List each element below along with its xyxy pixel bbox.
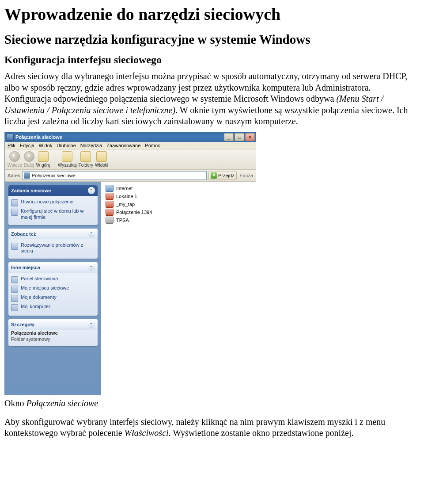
panel-network-tasks: Zadania sieciowe ⌃ Utwórz nowe połączeni…: [8, 185, 98, 225]
menu-file[interactable]: PPliklik: [8, 143, 15, 148]
toolbar: Wstecz Dalej W górę Wyszukaj Foldery Wid…: [5, 149, 256, 170]
sidebar-item[interactable]: Panel sterowania: [11, 275, 95, 284]
connection-item[interactable]: Lokalne 1: [106, 192, 251, 200]
connection-item[interactable]: _my_tap: [106, 200, 251, 208]
search-icon: [62, 151, 72, 162]
window-title: Połączenia sieciowe: [15, 134, 222, 140]
back-icon: [9, 151, 20, 162]
links-label[interactable]: Łącza: [238, 173, 253, 178]
up-icon: [38, 151, 49, 162]
connection-item[interactable]: TPSA: [106, 216, 251, 224]
folders-button[interactable]: Foldery: [79, 151, 93, 168]
menu-edit[interactable]: Edycja: [20, 143, 34, 148]
address-value: Połączenia sieciowe: [32, 173, 76, 178]
control-panel-icon: [11, 276, 18, 283]
dialup-icon: [106, 217, 114, 224]
figure-caption: Okno Połączenia sieciowe: [4, 398, 420, 409]
connection-item[interactable]: Internet: [106, 184, 251, 192]
panel-details: Szczegóły ⌃ Połączenia sieciowe Folder s…: [8, 319, 98, 346]
paragraph-intro: Adres sieciowy dla wybranego interfejsu …: [4, 71, 420, 127]
forward-button[interactable]: Dalej: [24, 151, 34, 168]
lan-icon: [106, 209, 114, 216]
address-label: Adres: [8, 173, 20, 178]
panel-header[interactable]: Szczegóły ⌃: [8, 319, 98, 330]
address-icon: [24, 172, 30, 179]
setup-network-icon: [11, 209, 18, 216]
panel-see-also: Zobacz też ⌃ Rozwiązywanie problemów z s…: [8, 229, 98, 259]
panel-header[interactable]: Zobacz też ⌃: [8, 229, 98, 239]
panel-header[interactable]: Inne miejsca ⌃: [8, 262, 98, 273]
sidebar-item[interactable]: Rozwiązywanie problemów z siecią: [11, 241, 95, 256]
minimize-button[interactable]: _: [224, 133, 234, 141]
connection-item[interactable]: Połączenie 1394: [106, 208, 251, 216]
paragraph-instructions: Aby skonfigurować wybrany interfejs siec…: [4, 416, 420, 439]
lan-icon: [106, 201, 114, 208]
sidebar-item[interactable]: Moje dokumenty: [11, 294, 95, 303]
address-bar: Adres Połączenia sieciowe Przejdź Łącza: [5, 170, 256, 182]
my-documents-icon: [11, 295, 18, 302]
views-icon: [96, 151, 107, 162]
globe-icon: [106, 185, 114, 192]
toolbar-separator: [54, 153, 54, 166]
chevron-up-icon[interactable]: ⌃: [88, 230, 95, 237]
files-area[interactable]: Internet Lokalne 1 _my_tap Połączenie 13…: [101, 182, 256, 395]
go-button[interactable]: Przejdź: [208, 172, 237, 179]
my-computer-icon: [11, 304, 18, 311]
heading-level-3: Konfiguracja interfejsu sieciowego: [4, 54, 420, 65]
chevron-up-icon[interactable]: ⌃: [88, 187, 95, 194]
sidebar-item[interactable]: Utwórz nowe połączenie: [11, 198, 95, 207]
sidebar-item[interactable]: Konfiguruj sieć w domu lub w małej firmi…: [11, 207, 95, 221]
troubleshoot-icon: [11, 243, 18, 250]
back-button[interactable]: Wstecz: [8, 151, 22, 168]
panel-other-places: Inne miejsca ⌃ Panel sterowania Moje mie…: [8, 262, 98, 316]
address-input[interactable]: Połączenia sieciowe: [22, 171, 207, 180]
chevron-up-icon[interactable]: ⌃: [88, 264, 95, 271]
menu-advanced[interactable]: Zaawansowane: [106, 143, 140, 148]
close-button[interactable]: ×: [245, 133, 255, 141]
window-icon: [7, 134, 14, 141]
chevron-up-icon[interactable]: ⌃: [88, 321, 95, 328]
paragraph-text: . Wyświetlone zostanie okno przedstawion…: [169, 428, 354, 438]
forward-icon: [24, 151, 34, 162]
paragraph-emphasis: Właściwości: [125, 428, 169, 438]
sidebar: Zadania sieciowe ⌃ Utwórz nowe połączeni…: [5, 182, 101, 395]
search-button[interactable]: Wyszukaj: [58, 151, 77, 168]
heading-level-1: Wprowadzenie do narzędzi sieciowych: [4, 5, 420, 24]
explorer-window: Połączenia sieciowe _ □ × PPliklik Edycj…: [4, 132, 256, 395]
folders-icon: [80, 151, 91, 162]
lan-icon: [106, 193, 114, 200]
views-button[interactable]: Widoki: [95, 151, 108, 168]
go-icon: [211, 172, 217, 179]
up-button[interactable]: W górę: [36, 151, 50, 168]
panel-header[interactable]: Zadania sieciowe ⌃: [8, 185, 98, 196]
sidebar-item[interactable]: Moje miejsca sieciowe: [11, 284, 95, 294]
menu-view[interactable]: Widok: [39, 143, 53, 148]
menu-tools[interactable]: Narzędzia: [80, 143, 102, 148]
details-name: Połączenia sieciowe: [11, 330, 58, 336]
sidebar-item[interactable]: Mój komputer: [11, 303, 95, 312]
client-area: Zadania sieciowe ⌃ Utwórz nowe połączeni…: [5, 182, 256, 395]
titlebar[interactable]: Połączenia sieciowe _ □ ×: [5, 132, 256, 142]
menubar: PPliklik Edycja Widok Ulubione Narzędzia…: [5, 142, 256, 149]
maximize-button[interactable]: □: [235, 133, 244, 141]
network-places-icon: [11, 286, 18, 293]
heading-level-2: Sieciowe narzędzia konfiguracyjne w syst…: [4, 33, 420, 47]
details-type: Folder systemowy: [11, 336, 50, 342]
menu-help[interactable]: Pomoc: [145, 143, 160, 148]
menu-favorites[interactable]: Ulubione: [57, 143, 76, 148]
new-connection-icon: [11, 199, 18, 206]
